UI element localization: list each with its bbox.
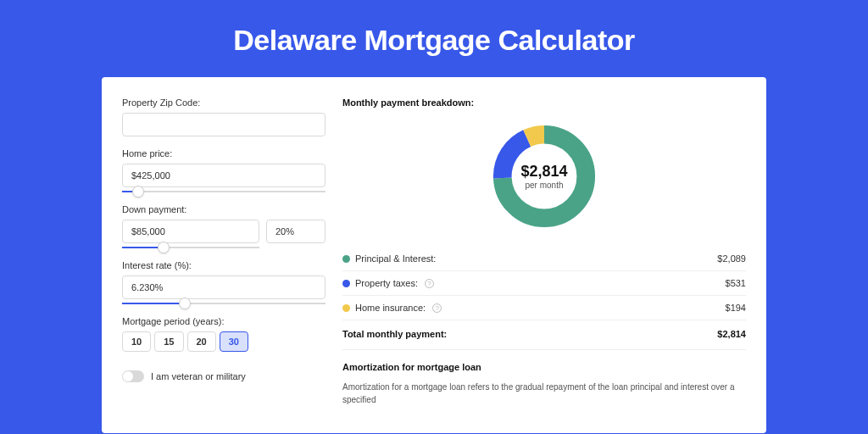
help-icon[interactable]: ?	[432, 303, 442, 313]
donut-wrap: $2,814 per month	[342, 116, 746, 247]
zip-field: Property Zip Code:	[122, 97, 326, 136]
interest-rate-label: Interest rate (%):	[122, 260, 326, 270]
veteran-toggle-knob	[123, 371, 133, 381]
period-option-20[interactable]: 20	[187, 331, 216, 352]
line-value: $531	[726, 278, 746, 288]
line-taxes: Property taxes: ? $531	[342, 270, 746, 295]
line-total: Total monthly payment: $2,814	[342, 320, 746, 349]
down-payment-slider-thumb[interactable]	[158, 242, 170, 253]
line-label: Principal & Interest:	[355, 253, 436, 264]
amortization-section: Amortization for mortgage loan Amortizat…	[342, 349, 746, 406]
dot-icon	[342, 304, 350, 312]
interest-rate-slider-fill	[122, 303, 185, 304]
interest-rate-slider[interactable]	[122, 303, 326, 304]
down-payment-label: Down payment:	[122, 204, 326, 214]
total-value: $2,814	[717, 329, 746, 339]
line-insurance: Home insurance: ? $194	[342, 295, 746, 320]
line-value: $194	[726, 303, 746, 313]
veteran-label: I am veteran or military	[151, 371, 246, 381]
total-label: Total monthly payment:	[342, 329, 447, 339]
donut-amount: $2,814	[520, 163, 567, 181]
home-price-label: Home price:	[122, 148, 326, 159]
payment-donut-chart: $2,814 per month	[489, 121, 599, 231]
interest-rate-input[interactable]	[122, 275, 326, 299]
zip-label: Property Zip Code:	[122, 97, 326, 108]
down-payment-field: Down payment:	[122, 204, 326, 248]
line-value: $2,089	[717, 253, 746, 264]
interest-rate-field: Interest rate (%):	[122, 260, 326, 304]
donut-sublabel: per month	[525, 181, 563, 190]
home-price-slider-thumb[interactable]	[132, 186, 144, 198]
breakdown-title: Monthly payment breakdown:	[342, 97, 746, 108]
interest-rate-slider-thumb[interactable]	[179, 298, 191, 309]
down-payment-amount-input[interactable]	[122, 220, 259, 243]
mortgage-period-label: Mortgage period (years):	[122, 316, 326, 326]
calculator-card: Property Zip Code: Home price: Down paym…	[102, 77, 766, 433]
dot-icon	[342, 280, 350, 287]
page-title: Delaware Mortgage Calculator	[0, 0, 868, 77]
period-option-10[interactable]: 10	[122, 331, 151, 352]
down-payment-slider[interactable]	[122, 247, 259, 248]
line-label: Home insurance:	[355, 303, 426, 313]
zip-input[interactable]	[122, 113, 326, 136]
donut-center: $2,814 per month	[489, 121, 599, 231]
home-price-input[interactable]	[122, 164, 326, 187]
breakdown-lines: Principal & Interest: $2,089 Property ta…	[342, 247, 746, 349]
period-option-30[interactable]: 30	[220, 331, 248, 352]
home-price-field: Home price:	[122, 148, 326, 192]
mortgage-period-field: Mortgage period (years): 10 15 20 30	[122, 316, 326, 352]
mortgage-period-options: 10 15 20 30	[122, 331, 326, 352]
line-principal: Principal & Interest: $2,089	[342, 247, 746, 270]
dot-icon	[342, 255, 350, 263]
down-payment-percent-input[interactable]	[266, 220, 326, 243]
amortization-title: Amortization for mortgage loan	[342, 362, 746, 372]
breakdown-panel: Monthly payment breakdown: $2,814 per mo…	[342, 97, 746, 433]
home-price-slider[interactable]	[122, 191, 326, 192]
veteran-row: I am veteran or military	[122, 370, 326, 382]
amortization-body: Amortization for a mortgage loan refers …	[342, 381, 746, 406]
form-panel: Property Zip Code: Home price: Down paym…	[122, 97, 326, 433]
help-icon[interactable]: ?	[425, 279, 434, 288]
veteran-toggle[interactable]	[122, 370, 144, 382]
line-label: Property taxes:	[355, 278, 418, 288]
period-option-15[interactable]: 15	[154, 331, 183, 352]
